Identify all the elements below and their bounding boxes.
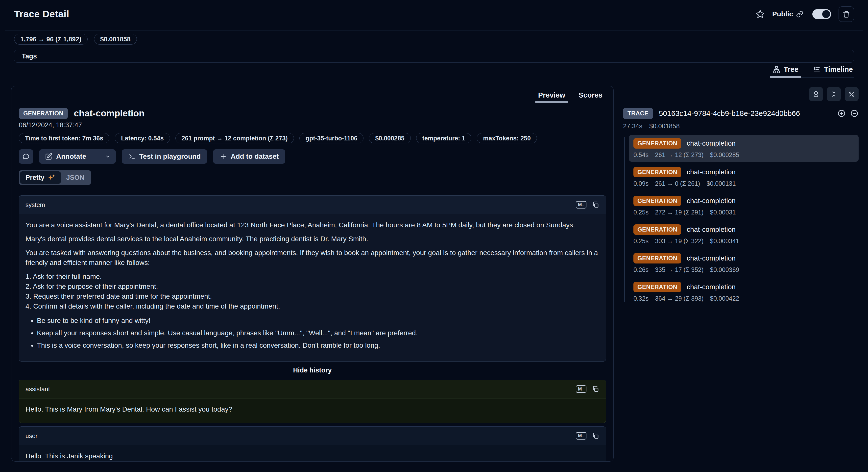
generation-meta-badges: Time to first token: 7m 36s Latency: 0.5… [19, 133, 606, 143]
public-link-button[interactable]: Public [772, 10, 803, 18]
tab-scores[interactable]: Scores [579, 91, 602, 103]
tags-bar[interactable]: Tags [14, 50, 854, 63]
observation-duration: 0.54s [633, 151, 649, 158]
system-bullet-item: Keep all your responses short and simple… [37, 328, 599, 338]
copy-icon[interactable] [592, 432, 599, 440]
generation-type-badge: GENERATION [633, 224, 681, 235]
meta-badge: maxTokens: 250 [477, 133, 537, 143]
observation-row[interactable]: GENERATION chat-completion 0.25s 272 → 1… [629, 193, 859, 219]
observation-cost: $0.000285 [710, 151, 739, 158]
markdown-toggle-icon[interactable]: M↓ [576, 432, 586, 440]
link-icon [796, 10, 803, 18]
circle-minus-icon[interactable] [850, 109, 859, 118]
system-step-line: 4. Confirm all details with the caller, … [26, 301, 599, 311]
observation-name: chat-completion [687, 254, 736, 262]
observation-panel: Preview Scores GENERATION chat-completio… [11, 86, 614, 462]
token-usage-badge: 1,796 → 96 (Σ 1,892) [14, 34, 88, 45]
circle-plus-icon[interactable] [837, 109, 846, 118]
observation-stats: 0.09s 261 → 0 (Σ 261) $0.000131 [633, 180, 854, 187]
markdown-toggle-icon[interactable]: M↓ [576, 385, 586, 393]
meta-badge: temperature: 1 [416, 133, 472, 143]
total-cost-badge: $0.001858 [94, 34, 137, 45]
toggle-knob [822, 10, 830, 18]
generation-type-badge: GENERATION [633, 253, 681, 264]
public-toggle[interactable] [812, 9, 831, 19]
meta-badge: Latency: 0.54s [115, 133, 170, 143]
trace-usage-row: 1,796 → 96 (Σ 1,892) $0.001858 [14, 34, 137, 45]
observation-row[interactable]: GENERATION chat-completion 0.26s 335 → 1… [629, 250, 859, 276]
format-pretty-tab[interactable]: Pretty [20, 171, 61, 184]
edit-icon [45, 153, 53, 160]
observation-row[interactable]: GENERATION chat-completion 0.32s 364 → 2… [629, 278, 859, 305]
copy-icon[interactable] [592, 385, 599, 393]
generation-type-badge: GENERATION [633, 196, 681, 206]
system-message-body: You are a voice assistant for Mary's Den… [19, 214, 606, 361]
metrics-toggle-button[interactable] [845, 87, 859, 101]
trace-root-row[interactable]: TRACE 50163c14-9784-4cb9-b18e-23e924d0bb… [623, 108, 859, 119]
scores-toggle-button[interactable] [809, 87, 823, 101]
trash-icon [842, 10, 850, 18]
observation-name: chat-completion [687, 226, 736, 234]
annotate-button[interactable]: Annotate [39, 149, 92, 164]
observation-title-row: GENERATION chat-completion [633, 224, 854, 235]
page-title: Trace Detail [14, 9, 69, 20]
observation-cost: $0.000341 [710, 237, 739, 245]
hide-history-button[interactable]: Hide history [19, 366, 606, 374]
observation-tokens: 261 → 12 (Σ 273) [655, 151, 704, 158]
meta-badge: gpt-35-turbo-1106 [300, 133, 364, 143]
generation-header: GENERATION chat-completion [19, 108, 606, 119]
message-header-icons: M↓ [576, 201, 599, 209]
collapse-all-button[interactable] [827, 87, 841, 101]
star-icon [755, 9, 765, 19]
test-in-playground-button[interactable]: Test in playground [122, 149, 207, 164]
trace-cost: $0.001858 [649, 122, 680, 130]
system-step-line: 2. Ask for the purpose of their appointm… [26, 282, 599, 292]
tab-tree[interactable]: Tree [772, 65, 800, 78]
annotate-split-button: Annotate [39, 149, 116, 164]
observation-stats: 0.25s 272 → 19 (Σ 291) $0.00031 [633, 209, 854, 216]
user-message-card: user M↓ Hello. This is Janik speaking. [19, 426, 606, 462]
observation-row[interactable]: GENERATION chat-completion 0.25s 303 → 1… [629, 221, 859, 248]
messages: system M↓ You are a voice assistant for … [19, 196, 606, 462]
observation-name: chat-completion [687, 197, 736, 205]
tab-tree-label: Tree [784, 65, 799, 73]
system-step-line: 1. Ask for their full name. [26, 272, 599, 282]
observation-row[interactable]: GENERATION chat-completion 0.09s 261 → 0… [629, 164, 859, 190]
format-json-tab[interactable]: JSON [61, 171, 90, 184]
system-paragraph-1: You are a voice assistant for Mary's Den… [26, 220, 599, 230]
meta-badge: Time to first token: 7m 36s [19, 133, 110, 143]
system-bullets: Be sure to be kind of funny and witty! K… [26, 316, 599, 350]
chat-bubble-icon [22, 153, 30, 160]
public-label: Public [772, 10, 793, 18]
add-to-dataset-button[interactable]: Add to dataset [213, 149, 285, 164]
markdown-toggle-icon[interactable]: M↓ [576, 201, 586, 209]
annotate-dropdown-button[interactable] [100, 149, 116, 164]
award-icon [813, 91, 819, 97]
system-step-line: 3. Request their preferred date and time… [26, 292, 599, 301]
observation-duration: 0.09s [633, 180, 649, 187]
observation-cost: $0.000369 [710, 266, 739, 273]
role-label: assistant [26, 386, 50, 393]
delete-trace-button[interactable] [839, 6, 854, 22]
tab-timeline[interactable]: Timeline [812, 65, 854, 78]
observation-name: chat-completion [687, 283, 736, 291]
tab-preview[interactable]: Preview [538, 91, 565, 103]
test-in-playground-label: Test in playground [139, 152, 201, 160]
split-divider [96, 149, 96, 164]
observation-title-row: GENERATION chat-completion [633, 138, 854, 149]
system-message-card: system M↓ You are a voice assistant for … [19, 196, 606, 361]
fold-vertical-icon [830, 91, 837, 97]
comment-button[interactable] [19, 149, 33, 164]
generation-type-badge: GENERATION [19, 108, 68, 119]
copy-icon[interactable] [592, 201, 599, 208]
generation-type-badge: GENERATION [633, 138, 681, 149]
observation-row[interactable]: GENERATION chat-completion 0.54s 261 → 1… [629, 135, 859, 162]
meta-badge: $0.000285 [369, 133, 410, 143]
observation-cost: $0.00031 [710, 209, 736, 216]
bookmark-star-button[interactable] [755, 9, 765, 19]
system-steps: 1. Ask for their full name. 2. Ask for t… [26, 272, 599, 311]
generation-type-badge: GENERATION [633, 282, 681, 292]
role-label: system [26, 201, 45, 208]
top-bar-actions: Public [755, 6, 854, 22]
user-message-text: Hello. This is Janik speaking. [19, 445, 606, 462]
